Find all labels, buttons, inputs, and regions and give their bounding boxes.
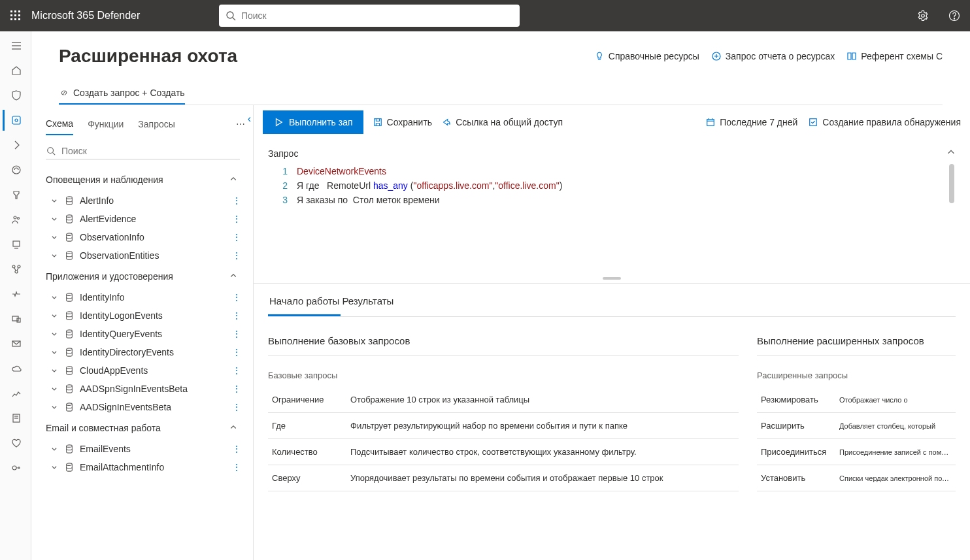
- svg-rect-1: [14, 10, 16, 12]
- schema-table[interactable]: IdentityQueryEvents ⋮: [44, 325, 249, 343]
- more-tabs-icon[interactable]: ⋯: [236, 119, 245, 129]
- nav-actions-icon[interactable]: [3, 135, 29, 156]
- create-rule-button[interactable]: Создание правила обнаружения: [808, 117, 961, 127]
- nav-hamburger-icon[interactable]: [3, 35, 29, 56]
- nav-health-icon[interactable]: [3, 284, 29, 305]
- table-more-icon[interactable]: ⋮: [232, 214, 246, 224]
- schema-table[interactable]: ObservationEntities ⋮: [44, 246, 249, 265]
- schema-table[interactable]: IdentityInfo ⋮: [44, 288, 249, 306]
- global-search[interactable]: [219, 5, 520, 27]
- schema-table[interactable]: AADSpnSignInEventsBeta ⋮: [44, 380, 249, 398]
- global-search-input[interactable]: [241, 10, 513, 21]
- chevron-up-icon: [229, 423, 237, 433]
- row-key: Резюмировать: [757, 387, 835, 413]
- collapse-panel-icon[interactable]: ‹: [245, 110, 254, 127]
- query-editor[interactable]: 123 DeviceNetworkEventsЯ где RemoteUrl h…: [268, 164, 956, 269]
- nav-tutorials-icon[interactable]: [3, 234, 29, 255]
- nav-reports-icon[interactable]: [3, 383, 29, 404]
- schema-category[interactable]: Оповещения и наблюдения: [44, 168, 249, 191]
- schema-tree[interactable]: Оповещения и наблюдения AlertInfo ⋮ Aler…: [44, 168, 253, 560]
- tab-getting-started[interactable]: Начало работы: [268, 288, 341, 316]
- schema-table[interactable]: AlertInfo ⋮: [44, 191, 249, 210]
- app-launcher-icon[interactable]: [5, 5, 26, 26]
- nav-shield-icon[interactable]: [3, 85, 29, 106]
- table-more-icon[interactable]: ⋮: [232, 462, 246, 472]
- schema-table[interactable]: EmailEvents ⋮: [44, 440, 249, 458]
- nav-people-icon[interactable]: [3, 209, 29, 230]
- chevron-down-icon: [50, 195, 59, 206]
- editor-scrollbar[interactable]: [946, 164, 956, 269]
- table-row[interactable]: РезюмироватьОтображает число о: [757, 387, 956, 413]
- run-query-button[interactable]: Выполнить зап: [263, 110, 363, 134]
- nav-hunting-icon[interactable]: [3, 110, 29, 131]
- table-more-icon[interactable]: ⋮: [232, 310, 246, 321]
- tab-queries[interactable]: Запросы: [138, 114, 175, 135]
- page-link-resources[interactable]: Справочные ресурсы: [594, 51, 699, 61]
- table-more-icon[interactable]: ⋮: [232, 347, 246, 357]
- nav-devices-icon[interactable]: [3, 308, 29, 329]
- schema-search-input[interactable]: [61, 146, 240, 156]
- page-link-report[interactable]: Запрос отчета о ресурсах: [711, 51, 835, 61]
- tab-functions[interactable]: Функции: [88, 114, 124, 135]
- settings-icon[interactable]: [912, 5, 933, 26]
- nav-audit-icon[interactable]: [3, 408, 29, 429]
- editor-code[interactable]: DeviceNetworkEventsЯ где RemoteUrl has_a…: [297, 164, 956, 269]
- schema-table[interactable]: CloudAppEvents ⋮: [44, 361, 249, 380]
- svg-rect-55: [810, 119, 817, 126]
- table-more-icon[interactable]: ⋮: [232, 402, 246, 412]
- schema-category[interactable]: Email и совместная работа: [44, 416, 249, 440]
- splitter[interactable]: [254, 274, 970, 283]
- nav-home-icon[interactable]: [3, 60, 29, 81]
- table-more-icon[interactable]: ⋮: [232, 250, 246, 261]
- nav-heart-icon[interactable]: [3, 433, 29, 453]
- table-more-icon[interactable]: ⋮: [232, 292, 246, 303]
- share-button[interactable]: Ссылка на общий доступ: [441, 117, 563, 127]
- schema-table[interactable]: ObservationInfo ⋮: [44, 228, 249, 246]
- save-button[interactable]: Сохранить: [373, 117, 433, 127]
- schema-table[interactable]: IdentityDirectoryEvents ⋮: [44, 343, 249, 361]
- nav-permissions-icon[interactable]: [3, 457, 29, 478]
- nav-partner-icon[interactable]: [3, 259, 29, 280]
- schema-table[interactable]: IdentityLogonEvents ⋮: [44, 306, 249, 325]
- query-tab[interactable]: Создать запрос + Создать: [59, 82, 185, 105]
- table-more-icon[interactable]: ⋮: [232, 444, 246, 454]
- schema-panel: ‹ Схема Функции Запросы ⋯ Оповещения и н…: [31, 105, 254, 560]
- schema-table[interactable]: AlertEvidence ⋮: [44, 210, 249, 228]
- advanced-queries-subtitle: Расширенные запросы: [757, 356, 956, 387]
- page-link-schema[interactable]: Референт схемы С: [846, 51, 943, 61]
- nav-threat-icon[interactable]: [3, 159, 29, 180]
- nav-email-icon[interactable]: [3, 333, 29, 354]
- schema-table[interactable]: AADSignInEventsBeta ⋮: [44, 398, 249, 416]
- create-rule-label: Создание правила обнаружения: [822, 117, 961, 127]
- table-row[interactable]: ГдеФильтрует результирующий набор по вре…: [268, 413, 739, 439]
- tab-schema[interactable]: Схема: [46, 113, 73, 135]
- schema-table[interactable]: EmailAttachmentInfo ⋮: [44, 458, 249, 476]
- table-row[interactable]: СверхуУпорядочивает результаты по времен…: [268, 465, 739, 491]
- table-icon: [64, 214, 75, 224]
- table-more-icon[interactable]: ⋮: [232, 384, 246, 394]
- table-more-icon[interactable]: ⋮: [232, 329, 246, 339]
- table-more-icon[interactable]: ⋮: [232, 232, 246, 242]
- chevron-up-icon: [229, 271, 237, 282]
- row-desc: Подсчитывает количество строк, соответст…: [346, 439, 739, 465]
- chevron-down-icon: [50, 250, 59, 261]
- table-row[interactable]: КоличествоПодсчитывает количество строк,…: [268, 439, 739, 465]
- svg-point-41: [67, 293, 73, 296]
- table-row[interactable]: ОграничениеОтображение 10 строк из указа…: [268, 387, 739, 413]
- table-row[interactable]: РасширитьДобавляет столбец, который: [757, 413, 956, 439]
- nav-score-icon[interactable]: [3, 184, 29, 205]
- table-more-icon[interactable]: ⋮: [232, 195, 246, 206]
- svg-point-11: [922, 14, 925, 18]
- table-row[interactable]: УстановитьСписки чердак электронной почт…: [757, 465, 956, 491]
- schema-category[interactable]: Приложения и удостоверения: [44, 265, 249, 288]
- schema-search[interactable]: [46, 143, 240, 159]
- svg-point-13: [954, 18, 954, 19]
- table-row[interactable]: ПрисоединитьсяПрисоединение записей с по…: [757, 439, 956, 465]
- tab-results[interactable]: Результаты: [341, 288, 395, 316]
- collapse-query-icon[interactable]: [946, 148, 956, 159]
- table-more-icon[interactable]: ⋮: [232, 365, 246, 376]
- nav-cloud-icon[interactable]: [3, 358, 29, 379]
- time-range-button[interactable]: Последние 7 дней: [705, 117, 797, 127]
- help-icon[interactable]: [944, 5, 965, 26]
- chevron-down-icon: [50, 329, 59, 339]
